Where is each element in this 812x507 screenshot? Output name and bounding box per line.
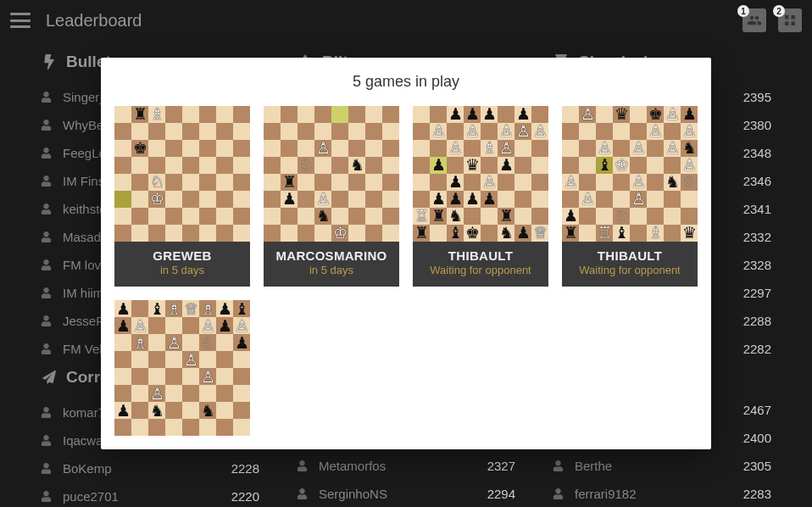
- square-e8[interactable]: ♟: [481, 106, 498, 123]
- square-g8[interactable]: [216, 106, 233, 123]
- chess-board[interactable]: ♟♟♟♟♙♙♙♙♙♙♗♙♟♛♟♟♙♟♟♟♟♖♜♞♜♜♝♚♞♟♕: [413, 106, 548, 242]
- square-h3[interactable]: [382, 191, 399, 208]
- square-e3[interactable]: [182, 191, 199, 208]
- square-f6[interactable]: ♙: [498, 140, 514, 157]
- square-e2[interactable]: [331, 208, 348, 225]
- square-a7[interactable]: [413, 123, 430, 140]
- square-h5[interactable]: [531, 157, 548, 174]
- square-e2[interactable]: [182, 208, 199, 225]
- square-d6[interactable]: ♙: [165, 334, 182, 351]
- square-d3[interactable]: ♙: [314, 191, 331, 208]
- square-g2[interactable]: [664, 208, 681, 225]
- square-f4[interactable]: [498, 174, 514, 191]
- square-f8[interactable]: [348, 106, 365, 123]
- square-e7[interactable]: [331, 123, 348, 140]
- game-card[interactable]: ♙♛♚♙♟♙♙♙♙♙♞♝♔♙♙♙♞♘♙♙♟♘♜♖♝♗♛THIBAULTWaiti…: [562, 106, 698, 287]
- square-g7[interactable]: [664, 123, 681, 140]
- square-f6[interactable]: [348, 140, 365, 157]
- square-f2[interactable]: [199, 208, 216, 225]
- square-d7[interactable]: ♙: [464, 123, 481, 140]
- square-f2[interactable]: [348, 208, 365, 225]
- square-c6[interactable]: [148, 140, 165, 157]
- square-e3[interactable]: ♙: [630, 191, 647, 208]
- square-b4[interactable]: [131, 368, 148, 385]
- square-e1[interactable]: [182, 225, 199, 242]
- square-h5[interactable]: [233, 351, 250, 368]
- square-d8[interactable]: [314, 106, 331, 123]
- square-c2[interactable]: [298, 208, 314, 225]
- square-g4[interactable]: ♞: [664, 174, 681, 191]
- square-e7[interactable]: [182, 317, 199, 334]
- square-b3[interactable]: ♟: [430, 191, 447, 208]
- square-f4[interactable]: [647, 174, 664, 191]
- square-f8[interactable]: [498, 106, 514, 123]
- square-f6[interactable]: [647, 140, 664, 157]
- square-f2[interactable]: ♜: [498, 208, 514, 225]
- square-g1[interactable]: [365, 225, 382, 242]
- square-c3[interactable]: [596, 191, 613, 208]
- square-g7[interactable]: [216, 123, 233, 140]
- square-b2[interactable]: [281, 208, 298, 225]
- square-c2[interactable]: ♞: [148, 402, 165, 419]
- square-d1[interactable]: ♝: [613, 225, 630, 242]
- square-e3[interactable]: ♟: [481, 191, 498, 208]
- square-a2[interactable]: ♟: [114, 402, 131, 419]
- square-a4[interactable]: [264, 174, 281, 191]
- square-g3[interactable]: [216, 191, 233, 208]
- square-d6[interactable]: [613, 140, 630, 157]
- square-b2[interactable]: [579, 208, 596, 225]
- square-a1[interactable]: [264, 225, 281, 242]
- square-h5[interactable]: ♙: [681, 157, 698, 174]
- square-b1[interactable]: [281, 225, 298, 242]
- square-h6[interactable]: [382, 140, 399, 157]
- square-h6[interactable]: [233, 140, 250, 157]
- square-c5[interactable]: ♝: [596, 157, 613, 174]
- square-b3[interactable]: [131, 191, 148, 208]
- square-e1[interactable]: [630, 225, 647, 242]
- square-e1[interactable]: [481, 225, 498, 242]
- square-a6[interactable]: [114, 140, 131, 157]
- square-b8[interactable]: [430, 106, 447, 123]
- square-d6[interactable]: [165, 140, 182, 157]
- square-a8[interactable]: [562, 106, 579, 123]
- square-f7[interactable]: [199, 123, 216, 140]
- square-c7[interactable]: [148, 123, 165, 140]
- square-e4[interactable]: [182, 368, 199, 385]
- square-d6[interactable]: ♙: [314, 140, 331, 157]
- square-e7[interactable]: [182, 123, 199, 140]
- square-e8[interactable]: [630, 106, 647, 123]
- square-h6[interactable]: ♞: [681, 140, 698, 157]
- square-f5[interactable]: [199, 351, 216, 368]
- square-e5[interactable]: ♙: [182, 351, 199, 368]
- square-a4[interactable]: ♙: [562, 174, 579, 191]
- square-e5[interactable]: [331, 157, 348, 174]
- square-d1[interactable]: [165, 225, 182, 242]
- square-b7[interactable]: [281, 123, 298, 140]
- square-f3[interactable]: [199, 385, 216, 402]
- square-e6[interactable]: [182, 334, 199, 351]
- square-d2[interactable]: ♘: [613, 208, 630, 225]
- square-a3[interactable]: [114, 191, 131, 208]
- square-g8[interactable]: [365, 106, 382, 123]
- square-h2[interactable]: [233, 208, 250, 225]
- square-h6[interactable]: [531, 140, 548, 157]
- square-c1[interactable]: [148, 419, 165, 436]
- square-g6[interactable]: [365, 140, 382, 157]
- square-b3[interactable]: [131, 385, 148, 402]
- square-d2[interactable]: ♞: [314, 208, 331, 225]
- square-g8[interactable]: ♟: [216, 300, 233, 317]
- square-b2[interactable]: ♜: [430, 208, 447, 225]
- square-f7[interactable]: [348, 123, 365, 140]
- square-g8[interactable]: ♙: [664, 106, 681, 123]
- square-e8[interactable]: [331, 106, 348, 123]
- square-g1[interactable]: [664, 225, 681, 242]
- square-f6[interactable]: ♘: [199, 334, 216, 351]
- square-a6[interactable]: [264, 140, 281, 157]
- square-e5[interactable]: [481, 157, 498, 174]
- square-e1[interactable]: [182, 419, 199, 436]
- square-g2[interactable]: [365, 208, 382, 225]
- square-g4[interactable]: [365, 174, 382, 191]
- square-f8[interactable]: ♚: [647, 106, 664, 123]
- square-f7[interactable]: ♙: [647, 123, 664, 140]
- square-c7[interactable]: [447, 123, 464, 140]
